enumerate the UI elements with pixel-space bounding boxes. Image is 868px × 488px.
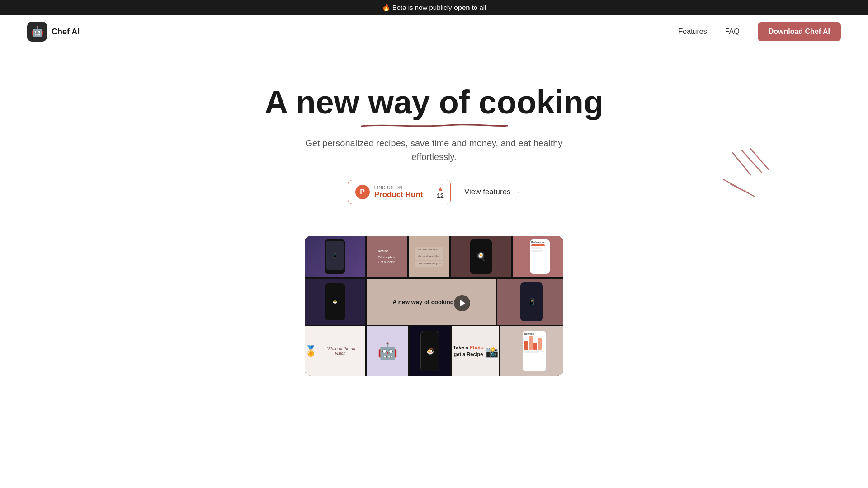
- ph-text: FIND US ON Product Hunt: [374, 185, 423, 199]
- collage-row-1: 📱 Recipe Take a photo Get a recipe Add l…: [305, 236, 563, 277]
- media-collage-wrapper: 📱 Recipe Take a photo Get a recipe Add l…: [0, 222, 868, 403]
- hero-section: A new way of cooking Get personalized re…: [0, 48, 868, 222]
- product-hunt-icon: P: [355, 185, 370, 199]
- logo-icon: 🤖: [27, 22, 47, 42]
- collage-row-3: 🏅 "State-of-the-art vision" 🤖 🍜 Take a P…: [305, 326, 563, 376]
- play-button[interactable]: [454, 295, 470, 311]
- photo-recipe-text: Take a Photo get a Recipe: [452, 344, 485, 358]
- state-of-art-text: "State-of-the-art vision": [317, 347, 365, 356]
- robot-icon: 🤖: [377, 342, 398, 361]
- play-icon: [460, 300, 465, 307]
- logo-text: Chef AI: [52, 27, 80, 37]
- collage-row-2: 🥗 A new way of cooking 📱: [305, 279, 563, 325]
- view-features-link[interactable]: View features →: [464, 188, 520, 197]
- nav-links: Features FAQ Download Chef AI: [679, 22, 841, 41]
- svg-line-0: [732, 152, 750, 175]
- upvote-arrow: ▲: [437, 185, 443, 192]
- ph-left: P FIND US ON Product Hunt: [348, 185, 430, 199]
- preferences-cell: Preferences: [513, 236, 563, 277]
- camera-icon: 📸: [485, 346, 499, 358]
- download-button[interactable]: Download Chef AI: [758, 22, 841, 41]
- find-us-label: FIND US ON: [374, 185, 403, 190]
- faq-link[interactable]: FAQ: [725, 28, 740, 36]
- ph-vote-count: ▲ 12: [430, 180, 450, 204]
- svg-line-2: [750, 149, 769, 169]
- decorative-lines: [678, 148, 769, 202]
- play-cell[interactable]: A new way of cooking: [367, 279, 496, 325]
- phone-dark-cell: 🍳: [451, 236, 511, 277]
- state-of-art-cell: 🏅 "State-of-the-art vision": [305, 326, 365, 376]
- laurel-icon: 🏅: [305, 345, 317, 357]
- top-banner: 🔥 Beta is now publicly open to all: [0, 0, 868, 15]
- svg-line-1: [741, 150, 762, 173]
- title-underline: [357, 122, 511, 128]
- phone-right-cell: 📱: [497, 279, 563, 325]
- photo-recipe-cell: Take a Photo get a Recipe 📸: [452, 326, 499, 376]
- product-hunt-badge[interactable]: P FIND US ON Product Hunt ▲ 12: [348, 180, 451, 204]
- nav-logo: 🤖 Chef AI: [27, 22, 80, 42]
- features-link[interactable]: Features: [679, 28, 707, 36]
- play-label: A new way of cooking: [392, 299, 453, 305]
- dark-phone-cell: 🍜: [410, 326, 450, 376]
- product-hunt-name: Product Hunt: [374, 190, 423, 199]
- svg-line-4: [730, 184, 755, 197]
- vote-number: 12: [437, 192, 444, 199]
- media-collage: 📱 Recipe Take a photo Get a recipe Add l…: [305, 236, 563, 376]
- robot-cell: 🤖: [367, 326, 408, 376]
- recipe-steps-cell: Recipe Take a photo Get a recipe: [367, 236, 407, 277]
- phone-hand-cell: 📱: [305, 236, 365, 277]
- text-rows-cell: Add leftover food No trend food filter D…: [409, 236, 449, 277]
- phone-hand-2-cell: 🥗: [305, 279, 365, 325]
- navbar: 🤖 Chef AI Features FAQ Download Chef AI: [0, 15, 868, 48]
- phone-chart-cell: Nutrition: [500, 326, 563, 376]
- hero-title: A new way of cooking: [264, 84, 603, 128]
- banner-text: 🔥 Beta is now publicly open to all: [382, 4, 486, 11]
